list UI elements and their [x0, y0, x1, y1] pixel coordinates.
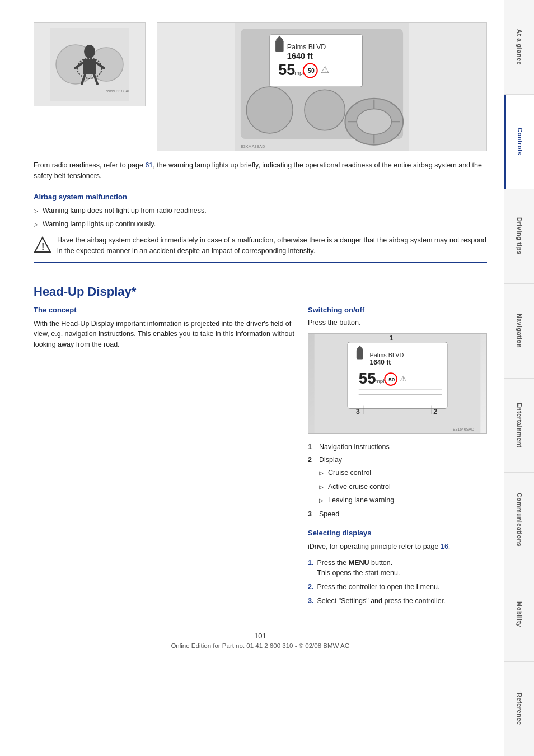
svg-text:⚠: ⚠ [321, 64, 329, 75]
svg-rect-38 [357, 349, 363, 360]
svg-text:⚠: ⚠ [400, 374, 407, 383]
sub-arrow-2: ▷ [319, 483, 324, 491]
step-3: 3. Select "Settings" and press the contr… [308, 596, 487, 606]
svg-text:55: 55 [359, 370, 376, 387]
svg-text:E31646SAD: E31646SAD [453, 427, 474, 431]
sub-item-active-cruise: ▷ Active cruise control [319, 482, 487, 492]
selecting-displays-heading: Selecting displays [308, 529, 487, 537]
svg-text:50: 50 [388, 376, 395, 382]
warning-text: Have the airbag system checked immediate… [57, 235, 487, 256]
airbag-symbol-image: WWO1188AN [34, 22, 146, 106]
hud-left-column: The concept With the Head-Up Display imp… [34, 306, 297, 609]
footer-copyright: Online Edition for Part no. 01 41 2 600 … [34, 642, 487, 649]
malfunction-item-1: ▷ Warning lamp does not light up from ra… [34, 206, 487, 216]
sidebar-tab-mobility[interactable]: Mobility [504, 567, 534, 662]
svg-text:WWO1188AN: WWO1188AN [106, 89, 129, 93]
concept-body: With the Head-Up Display important infor… [34, 319, 297, 350]
sub-item-cruise: ▷ Cruise control [319, 468, 487, 478]
svg-rect-21 [275, 40, 284, 52]
sidebar-tab-navigation[interactable]: Navigation [504, 284, 534, 379]
page-ref-16: 16 [441, 543, 448, 550]
item-2-label: Display [319, 455, 342, 465]
concept-heading: The concept [34, 306, 297, 314]
step-1-num: 1. [308, 558, 313, 579]
sidebar-tab-driving-tips[interactable]: Driving tips [504, 189, 534, 284]
svg-point-30 [305, 90, 345, 130]
sidebar-tab-communications[interactable]: Communications [504, 473, 534, 567]
step-1: 1. Press the MENU button.This opens the … [308, 558, 487, 579]
svg-point-29 [246, 87, 293, 133]
svg-text:Palms BLVD: Palms BLVD [287, 43, 326, 51]
svg-text:3: 3 [356, 408, 360, 416]
selecting-displays-intro: iDrive, for operating principle refer to… [308, 542, 487, 552]
page-number: 101 [34, 632, 487, 640]
svg-point-3 [84, 45, 95, 58]
page-ref-61: 61 [145, 161, 153, 169]
step-2-num: 2. [308, 582, 313, 592]
bullet-arrow-1: ▷ [34, 207, 38, 215]
item-1-label: Navigation instructions [319, 442, 390, 452]
switching-heading: Switching on/off [308, 306, 487, 314]
item-2-sublist: ▷ Cruise control ▷ Active cruise control… [319, 468, 487, 506]
warning-icon: ! [34, 236, 51, 254]
sidebar-tab-reference[interactable]: Reference [504, 662, 534, 756]
sidebar: At a glance Controls Driving tips Naviga… [504, 0, 534, 756]
item-1-num: 1 [308, 442, 316, 452]
svg-point-14 [357, 109, 391, 134]
hud-display-image: 1 Palms BLVD 1640 ft 55 mph 50 ⚠ [308, 333, 487, 434]
svg-text:50: 50 [308, 68, 315, 74]
item-3-num: 3 [308, 509, 316, 520]
svg-text:1: 1 [389, 334, 393, 342]
bullet-arrow-2: ▷ [34, 220, 38, 228]
warning-box: ! Have the airbag system checked immedia… [34, 235, 487, 256]
svg-text:2: 2 [433, 408, 437, 416]
item-2-num: 2 [308, 455, 316, 465]
airbag-readiness-body: From radio readiness, refer to page 61, … [34, 160, 487, 181]
step-3-text: Select "Settings" and press the controll… [317, 596, 445, 606]
sidebar-tab-controls[interactable]: Controls [504, 95, 534, 189]
section-divider [34, 262, 487, 263]
sidebar-tab-at-a-glance[interactable]: At a glance [504, 0, 534, 95]
sub-arrow-3: ▷ [319, 496, 324, 505]
sub-arrow-1: ▷ [319, 469, 324, 477]
step-2-text: Press the controller to open the i menu. [317, 582, 439, 592]
numbered-item-1: 1 Navigation instructions [308, 442, 487, 452]
sidebar-tab-entertainment[interactable]: Entertainment [504, 379, 534, 473]
numbered-item-3: 3 Speed [308, 509, 487, 520]
svg-text:Palms BLVD: Palms BLVD [370, 352, 404, 358]
malfunction-item-2: ▷ Warning lamp lights up continuously. [34, 219, 487, 230]
svg-text:1640 ft: 1640 ft [370, 359, 391, 367]
svg-text:!: ! [41, 242, 44, 251]
sub-item-lane-warning: ▷ Leaving lane warning [319, 495, 487, 506]
hud-right-column: Switching on/off Press the button. 1 Pal… [308, 306, 487, 609]
step-2: 2. Press the controller to open the i me… [308, 582, 487, 592]
step-1-text: Press the MENU button.This opens the sta… [317, 558, 400, 579]
airbag-malfunction-heading: Airbag system malfunction [34, 193, 487, 201]
footer: 101 Online Edition for Part no. 01 41 2 … [34, 626, 487, 649]
step-3-num: 3. [308, 596, 313, 606]
dashboard-image-right: Palms BLVD 1640 ft 55 mph 50 ⚠ E3KMA3SAD [157, 22, 487, 151]
svg-rect-4 [83, 59, 96, 74]
svg-text:55: 55 [278, 62, 295, 78]
numbered-item-2: 2 Display [308, 455, 487, 465]
item-3-label: Speed [319, 509, 339, 520]
switching-body: Press the button. [308, 318, 487, 328]
svg-text:E3KMA3SAD: E3KMA3SAD [241, 144, 265, 149]
svg-text:1640 ft: 1640 ft [287, 52, 313, 60]
hud-title: Head-Up Display* [34, 279, 487, 299]
